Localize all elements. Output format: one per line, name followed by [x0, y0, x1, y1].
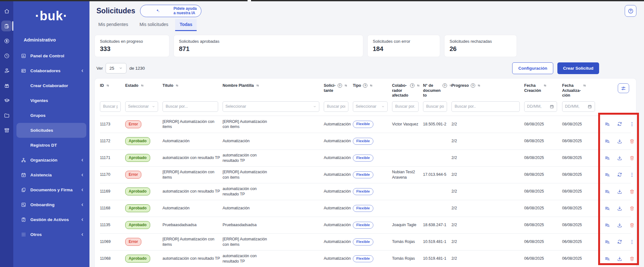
- filter-input-7[interactable]: [423, 101, 447, 112]
- filter-input-4[interactable]: [324, 101, 348, 112]
- sidebar-item-organizacion[interactable]: Organización: [13, 153, 89, 168]
- sort-icon[interactable]: [416, 84, 420, 87]
- sidebar-item-solicitudes[interactable]: Solicitudes: [16, 123, 86, 138]
- download-icon[interactable]: [617, 222, 623, 228]
- tab-mis-solicitudes[interactable]: Mis solicitudes: [135, 19, 173, 31]
- table-row[interactable]: 11170Error[ERROR] Automatización con ite…: [100, 166, 631, 183]
- chevron-left-icon[interactable]: [80, 188, 84, 192]
- rail-button-graduation-cap[interactable]: [1, 95, 12, 106]
- kebab-icon[interactable]: [629, 172, 635, 178]
- sidebar-item-onboarding[interactable]: Onboarding: [13, 197, 89, 212]
- rail-button-folder[interactable]: [1, 110, 12, 121]
- list-search-icon[interactable]: [604, 206, 610, 211]
- filter-input-6[interactable]: [392, 101, 419, 112]
- sidebar-item-otros[interactable]: Otros: [13, 227, 89, 242]
- download-icon[interactable]: [617, 256, 623, 262]
- refresh-icon[interactable]: [617, 172, 623, 178]
- help-button[interactable]: [625, 5, 636, 17]
- list-search-icon[interactable]: [604, 138, 610, 144]
- filter-input-0[interactable]: [100, 101, 121, 112]
- chevron-left-icon[interactable]: [80, 173, 84, 177]
- sort-icon[interactable]: [140, 84, 144, 87]
- list-search-icon[interactable]: [604, 189, 610, 194]
- refresh-icon[interactable]: [617, 239, 623, 245]
- sidebar-item-crear-colaborador[interactable]: Crear Colaborador: [13, 78, 89, 93]
- filter-input-8[interactable]: [451, 101, 520, 112]
- sidebar-item-documentos-y-firma[interactable]: Documentos y Firma: [13, 182, 89, 197]
- sidebar-item-asistencia[interactable]: Asistencia: [13, 168, 89, 182]
- rail-button-home[interactable]: [1, 6, 12, 16]
- list-search-icon[interactable]: [604, 172, 610, 178]
- sort-icon[interactable]: [106, 84, 110, 87]
- configuration-button[interactable]: Configuración: [512, 62, 553, 74]
- sidebar-item-registros-dt[interactable]: Registros DT: [13, 138, 89, 153]
- rail-button-money[interactable]: [1, 35, 12, 46]
- rail-button-archive[interactable]: [1, 125, 12, 136]
- trash-icon[interactable]: [629, 138, 635, 144]
- download-icon[interactable]: [617, 189, 623, 194]
- rail-button-clock[interactable]: [1, 50, 12, 61]
- trash-icon[interactable]: [629, 222, 635, 228]
- chevron-left-icon[interactable]: [80, 232, 84, 237]
- chevron-left-icon[interactable]: [80, 218, 84, 222]
- rail-button-requests-clipboard[interactable]: [1, 21, 12, 31]
- sort-icon[interactable]: [583, 84, 586, 87]
- rail-button-gift[interactable]: [1, 80, 12, 91]
- sort-icon[interactable]: [477, 84, 481, 87]
- table-row[interactable]: 11135AprobadoPruebaasdadsadsaPruebaasdad…: [100, 217, 631, 233]
- trash-icon[interactable]: [629, 155, 635, 161]
- download-icon[interactable]: [617, 206, 623, 211]
- table-row[interactable]: 11068Aprobadoautomatización con resultad…: [100, 250, 631, 267]
- download-icon[interactable]: [617, 155, 623, 161]
- kebab-icon[interactable]: [629, 239, 635, 245]
- filter-select-3[interactable]: Seleccionar: [223, 101, 319, 112]
- sort-icon[interactable]: [369, 84, 373, 87]
- table-row[interactable]: 11168AprobadoAutomatizaciónAutomatizació…: [100, 200, 631, 217]
- trash-icon[interactable]: [629, 206, 635, 211]
- table-row[interactable]: 11171Aprobadoautomatización con resultad…: [100, 149, 631, 166]
- trash-icon[interactable]: [629, 256, 635, 262]
- help-circle-icon[interactable]: ?: [338, 83, 342, 88]
- tab-todas[interactable]: Todas: [175, 19, 197, 31]
- sort-icon[interactable]: [344, 84, 348, 87]
- download-icon[interactable]: [617, 138, 623, 144]
- table-row[interactable]: 11173Error[ERROR] Automatización con ite…: [100, 116, 631, 133]
- help-circle-icon[interactable]: ?: [443, 83, 447, 88]
- chevron-left-icon[interactable]: [80, 158, 84, 162]
- list-search-icon[interactable]: [604, 256, 610, 262]
- create-request-button[interactable]: Crear Solicitud: [557, 62, 599, 74]
- kebab-icon[interactable]: [629, 121, 635, 127]
- filter-input-2[interactable]: [163, 101, 218, 112]
- chevron-left-icon[interactable]: [80, 203, 84, 207]
- chevron-left-icon[interactable]: [80, 69, 84, 73]
- filter-date-9[interactable]: DD/MM,: [524, 101, 557, 112]
- help-circle-icon[interactable]: ?: [363, 83, 367, 88]
- list-search-icon[interactable]: [604, 121, 610, 127]
- refresh-icon[interactable]: [617, 121, 623, 127]
- sidebar-item-vigentes[interactable]: Vigentes: [13, 93, 89, 108]
- list-search-icon[interactable]: [604, 239, 610, 245]
- sidebar-item-panel-de-control[interactable]: Panel de Control: [13, 48, 89, 63]
- trash-icon[interactable]: [629, 189, 635, 194]
- sidebar-item-gestion-de-activos[interactable]: Gestión de Activos: [13, 212, 89, 227]
- rail-button-hand-heart[interactable]: [1, 65, 12, 76]
- page-size-select[interactable]: 25: [106, 63, 126, 73]
- column-settings-button[interactable]: [618, 83, 629, 93]
- sidebar-item-colaboradores[interactable]: Colaboradores: [13, 63, 89, 78]
- tab-mis-pendientes[interactable]: Mis pendientes: [94, 19, 132, 31]
- table-row[interactable]: 11172AprobadoAutomatizaciónAutomatizació…: [100, 133, 631, 149]
- filter-select-1[interactable]: Seleccionar: [125, 101, 158, 112]
- ai-help-badge[interactable]: Pídele ayuda a nuestra IA: [140, 5, 201, 17]
- filter-date-10[interactable]: DD/MM,: [562, 101, 595, 112]
- list-search-icon[interactable]: [604, 155, 610, 161]
- list-search-icon[interactable]: [604, 222, 610, 228]
- table-row[interactable]: 11169Aprobadoautomatización con resultad…: [100, 183, 631, 200]
- table-row[interactable]: 11069Error[ERROR] Automatización con ite…: [100, 233, 631, 250]
- sort-icon[interactable]: [175, 84, 179, 87]
- sort-icon[interactable]: [256, 84, 260, 87]
- help-circle-icon[interactable]: ?: [471, 83, 475, 88]
- filter-select-5[interactable]: Seleccionar: [353, 101, 388, 112]
- sidebar-item-grupos[interactable]: Grupos: [13, 108, 89, 123]
- help-circle-icon[interactable]: ?: [410, 83, 414, 88]
- sort-icon[interactable]: [543, 84, 547, 87]
